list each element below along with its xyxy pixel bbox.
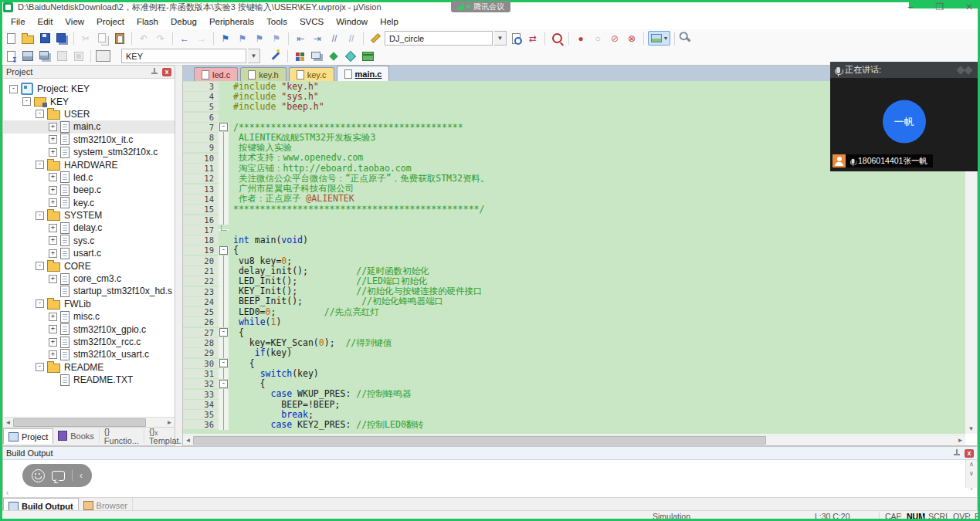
line-number[interactable]: 27 <box>183 328 219 337</box>
expand-icon[interactable]: + <box>49 186 57 195</box>
line-number[interactable]: 7 <box>183 123 219 132</box>
menu-view[interactable]: View <box>59 17 90 26</box>
target-options-button[interactable] <box>268 49 283 63</box>
line-number[interactable]: 34 <box>183 400 219 409</box>
file-extensions-button[interactable] <box>326 49 341 63</box>
tree-item-misc-c[interactable]: +misc.c <box>3 310 175 323</box>
expand-icon[interactable]: + <box>49 249 57 258</box>
expand-icon[interactable]: + <box>49 198 57 207</box>
tree-item-key-c[interactable]: +key.c <box>3 197 175 209</box>
save-all-button[interactable] <box>54 31 70 46</box>
tree-item-startup-stm32f10x-hd-s[interactable]: +startup_stm32f10x_hd.s <box>3 285 175 297</box>
close-panel-icon[interactable]: x <box>162 68 171 76</box>
batch-build-button[interactable] <box>54 49 70 63</box>
menu-debug[interactable]: Debug <box>164 17 203 26</box>
bookmark-toggle-button[interactable]: ⚑ <box>218 31 233 46</box>
collapse-icon[interactable]: - <box>36 161 44 169</box>
new-file-button[interactable] <box>3 31 19 46</box>
line-number[interactable]: 14 <box>183 195 219 204</box>
minimize-button[interactable]: – <box>906 2 915 12</box>
line-number[interactable]: 3 <box>183 82 219 91</box>
save-button[interactable] <box>37 31 53 46</box>
collapse-icon[interactable]: - <box>36 299 44 308</box>
tree-item-core[interactable]: -CORE <box>3 259 175 272</box>
line-number[interactable]: 32 <box>183 379 219 388</box>
line-number[interactable]: 33 <box>183 390 219 399</box>
expand-icon[interactable]: + <box>49 338 57 347</box>
tree-item-user[interactable]: -USER <box>3 108 175 120</box>
menu-help[interactable]: Help <box>374 17 405 26</box>
insert-breakpoint-button[interactable]: ● <box>573 31 588 46</box>
build-output-content[interactable] <box>3 460 965 489</box>
expand-icon[interactable]: + <box>49 350 57 359</box>
tree-item-stm32f10x-usart-c[interactable]: +stm32f10x_usart.c <box>3 348 175 360</box>
expand-icon[interactable]: + <box>49 325 57 333</box>
tree-item-main-c[interactable]: +main.c <box>3 120 175 133</box>
tencent-meeting-pill[interactable]: 腾讯会议 <box>451 1 510 12</box>
search-combo[interactable]: DJ_circle <box>385 31 493 46</box>
bookmark-prev-button[interactable]: ⚑ <box>235 31 250 46</box>
line-number[interactable]: 28 <box>183 338 219 347</box>
unindent-button[interactable]: ⇤ <box>293 31 308 46</box>
menu-peripherals[interactable]: Peripherals <box>203 17 260 26</box>
navigate-forward-button[interactable]: → <box>194 31 209 46</box>
indent-button[interactable]: ⇥ <box>310 31 325 46</box>
menu-edit[interactable]: Edit <box>32 17 59 26</box>
collapse-icon[interactable]: - <box>22 97 31 106</box>
editor-tab-key-c[interactable]: key.c <box>289 67 334 81</box>
editor-tab-led-c[interactable]: led.c <box>194 67 238 81</box>
line-number[interactable]: 24 <box>183 297 219 306</box>
line-number[interactable]: 12 <box>183 174 219 183</box>
pin-icon[interactable] <box>151 68 158 76</box>
expand-icon[interactable]: + <box>49 173 57 181</box>
line-number[interactable]: 8 <box>183 133 219 142</box>
tree-item-readme-txt[interactable]: +README.TXT <box>3 374 175 386</box>
line-number[interactable]: 9 <box>183 143 219 152</box>
tree-item-led-c[interactable]: +led.c <box>3 171 175 184</box>
pin-icon[interactable] <box>953 449 961 457</box>
panel-tab-project[interactable]: Project <box>3 428 53 444</box>
expand-icon[interactable]: + <box>49 275 57 283</box>
line-number[interactable]: 11 <box>183 164 219 173</box>
chat-icon[interactable] <box>52 471 65 481</box>
line-number[interactable]: 36 <box>183 420 219 429</box>
menu-window[interactable]: Window <box>330 17 374 26</box>
paste-button[interactable] <box>112 31 127 46</box>
line-number[interactable]: 31 <box>183 369 219 378</box>
tree-item-system[interactable]: -SYSTEM <box>3 209 175 222</box>
find-in-files-button[interactable] <box>508 31 524 46</box>
line-number[interactable]: 6 <box>183 113 219 122</box>
line-number[interactable]: 23 <box>183 287 219 296</box>
incremental-find-button[interactable]: ⇄ <box>525 31 541 46</box>
tree-item-sys-c[interactable]: +sys.c <box>3 235 175 247</box>
download-button[interactable] <box>95 49 110 63</box>
line-number[interactable]: 16 <box>183 215 219 225</box>
expand-icon[interactable]: + <box>49 313 57 321</box>
expand-icon[interactable]: + <box>49 135 57 144</box>
tree-item-stm32f10x-it-c[interactable]: +stm32f10x_it.c <box>3 134 175 146</box>
expand-icon[interactable]: + <box>49 148 57 157</box>
collapse-icon[interactable]: - <box>9 85 18 93</box>
collapse-icon[interactable]: - <box>36 262 44 270</box>
close-button[interactable]: ✕ <box>965 2 974 12</box>
pack-installer-button[interactable] <box>360 49 375 63</box>
copy-button[interactable] <box>95 31 110 46</box>
target-combo[interactable]: KEY <box>121 49 246 63</box>
build-output-hscroll-left[interactable]: ‹ <box>6 489 8 497</box>
fold-margin[interactable]: - <box>219 359 229 367</box>
fold-margin[interactable]: - <box>219 246 229 255</box>
tree-item-stm32f10x-rcc-c[interactable]: +stm32f10x_rcc.c <box>3 336 175 348</box>
editor-tab-main-c[interactable]: main.c <box>337 66 390 81</box>
navigate-back-button[interactable]: ← <box>177 31 192 46</box>
menu-project[interactable]: Project <box>90 17 131 26</box>
collapse-icon[interactable]: - <box>36 363 44 371</box>
combo-dropdown-icon[interactable]: ▼ <box>248 49 260 63</box>
fold-margin[interactable]: - <box>219 328 229 337</box>
build-button[interactable] <box>20 49 36 63</box>
multi-project-button[interactable] <box>343 49 358 63</box>
expand-icon[interactable]: + <box>49 236 57 245</box>
line-number[interactable]: 25 <box>183 307 219 316</box>
line-number[interactable]: 5 <box>183 102 219 111</box>
line-number[interactable]: 4 <box>183 92 219 101</box>
tree-item-stm32f10x-gpio-c[interactable]: +stm32f10x_gpio.c <box>3 323 175 335</box>
